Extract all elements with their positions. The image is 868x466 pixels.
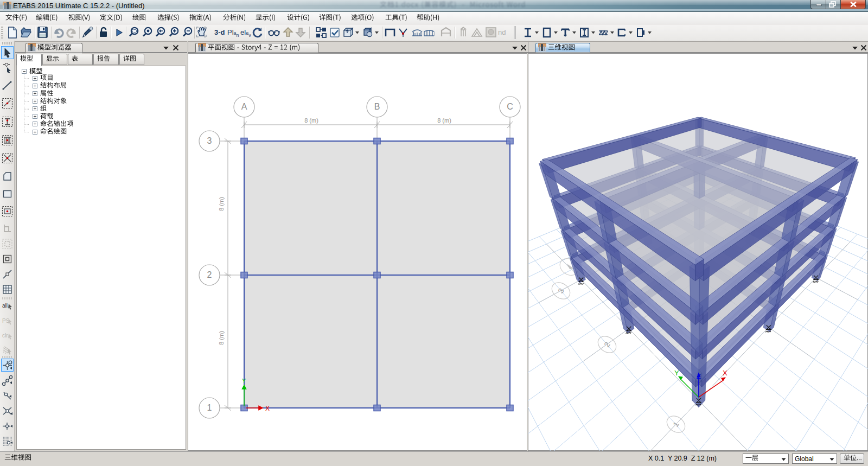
svg-text:B: B — [374, 102, 380, 111]
svg-text:3: 3 — [556, 286, 566, 295]
svg-text:C: C — [507, 102, 513, 111]
svg-text:2: 2 — [602, 340, 612, 349]
svg-text:X: X — [723, 369, 727, 377]
svg-text:8 (m): 8 (m) — [218, 331, 225, 345]
svg-text:all: all — [2, 303, 8, 309]
svg-text:A: A — [241, 102, 247, 111]
svg-text:1: 1 — [671, 420, 681, 429]
svg-text:clr: clr — [2, 333, 8, 339]
svg-text:8 (m): 8 (m) — [218, 197, 225, 211]
svg-text:2: 2 — [207, 270, 212, 279]
svg-text:X: X — [265, 405, 270, 412]
svg-text:8 (m): 8 (m) — [437, 117, 451, 124]
svg-text:Y: Y — [242, 378, 246, 384]
svg-text:3: 3 — [207, 136, 212, 145]
svg-text:8 (m): 8 (m) — [304, 117, 318, 124]
svg-text:Y: Y — [674, 369, 679, 377]
svg-text:1: 1 — [207, 403, 212, 412]
svg-text:Z: Z — [697, 372, 701, 380]
